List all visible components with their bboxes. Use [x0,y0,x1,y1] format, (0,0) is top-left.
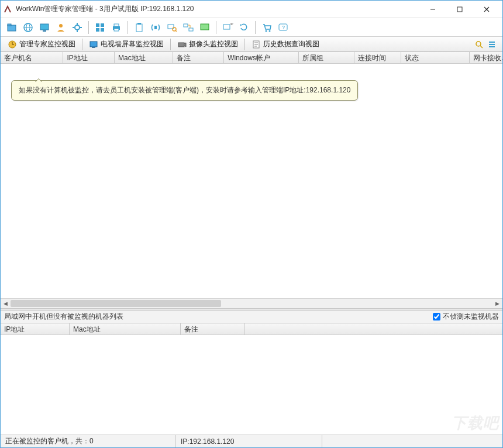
lower-panel-header: 局域网中开机但没有被监视的机器列表 不侦测未监视机器 [1,311,502,323]
tab-label: 管理专家监控视图 [19,39,75,49]
svg-rect-31 [189,28,193,31]
toolbar-separator [216,21,216,34]
dont-detect-checkbox[interactable] [433,313,440,321]
svg-rect-33 [223,25,230,29]
tab-monitor-view[interactable]: 管理专家监控视图 [3,38,80,51]
svg-rect-24 [136,24,142,32]
col-client-name[interactable]: 客户机名 [1,52,63,63]
scroll-left-arrow[interactable]: ◀ [1,299,11,309]
lower-col-blank [245,323,502,335]
dont-detect-checkbox-label[interactable]: 不侦测未监视机器 [433,312,499,322]
tab-history-view[interactable]: 历史数据查询视图 [247,38,324,51]
minimize-button[interactable] [419,1,446,18]
lower-table-header: IP地址 Mac地址 备注 [1,323,502,335]
svg-point-36 [269,30,271,32]
col-conn-time[interactable]: 连接时间 [354,52,401,63]
lower-col-mac[interactable]: Mac地址 [70,323,181,335]
svg-rect-26 [154,26,157,29]
main-toolbar: IP ? [1,18,502,37]
svg-rect-30 [184,24,188,27]
clock-icon [8,40,17,49]
watermark: 下载吧 [452,413,499,433]
document-icon [252,40,261,49]
gear-icon[interactable] [70,20,85,35]
globe-icon[interactable] [20,20,36,35]
help-icon[interactable]: ? [275,20,291,35]
client-table-header: 客户机名 IP地址 Mac地址 备注 Windows帐户 所属组 连接时间 状态… [1,52,502,64]
cart-icon[interactable] [259,20,274,35]
titlebar: WorkWin管理专家管理端 - 3用户试用版 IP:192.168.1.120 [1,1,502,18]
lower-list-area[interactable]: 下载吧 [1,335,502,435]
svg-point-35 [266,30,267,32]
hint-text: 如果没有计算机被监控，请去员工机安装被管理端(客户端)，安装时请参考输入管理端I… [19,86,350,94]
lower-col-ip[interactable]: IP地址 [1,323,70,335]
search-pc-icon[interactable] [164,20,180,35]
svg-line-29 [175,30,177,32]
tab-label: 历史数据查询视图 [263,39,319,49]
maximize-button[interactable] [446,1,473,18]
svg-point-12 [75,25,80,30]
clipboard-icon[interactable] [132,20,147,35]
col-remark[interactable]: 备注 [173,52,225,63]
refresh-icon[interactable] [236,20,252,35]
col-nic-recv[interactable]: 网卡接收... [470,52,502,63]
scroll-track[interactable] [11,299,492,309]
horizontal-scrollbar[interactable]: ◀ ▶ [1,298,502,308]
svg-rect-18 [101,23,104,27]
grid-icon[interactable] [92,20,108,35]
view-tabs: 管理专家监控视图 电视墙屏幕监控视图 摄像头监控视图 历史数据查询视图 [1,37,502,52]
tab-separator [244,39,245,50]
status-ip: IP:192.168.1.120 [176,435,322,447]
col-mac[interactable]: Mac地址 [115,52,173,63]
user-icon[interactable] [53,20,68,35]
svg-rect-23 [114,29,119,31]
col-ip[interactable]: IP地址 [63,52,115,63]
col-group[interactable]: 所属组 [299,52,355,63]
svg-rect-25 [137,23,141,25]
open-file-icon[interactable] [4,20,19,35]
scroll-thumb[interactable] [11,300,221,307]
remote-pc-icon[interactable]: IP [220,20,235,35]
lower-col-remark[interactable]: 备注 [181,323,245,335]
print-icon[interactable] [109,20,124,35]
tab-separator [82,39,82,50]
close-button[interactable] [473,1,500,18]
tab-label: 电视墙屏幕监控视图 [101,39,164,49]
tab-camera-view[interactable]: 摄像头监控视图 [173,38,243,51]
toolbar-separator [88,21,89,34]
status-client-count: 正在被监控的客户机，共：0 [1,435,176,447]
tab-label: 摄像头监控视图 [189,39,238,49]
col-win-account[interactable]: Windows帐户 [224,52,298,63]
svg-point-49 [476,42,481,46]
toolbar-separator [255,21,256,34]
window-buttons [419,1,500,18]
svg-rect-22 [114,24,119,26]
status-bar: 正在被监控的客户机，共：0 IP:192.168.1.120 [1,435,502,447]
screen-icon[interactable] [197,20,212,35]
toolbar-separator [128,21,128,34]
tv-icon [89,40,98,49]
broadcast-icon[interactable] [148,20,163,35]
lower-panel-title: 局域网中开机但没有被监视的机器列表 [4,312,433,322]
zoom-icon[interactable] [473,39,485,50]
svg-rect-17 [96,23,99,27]
svg-text:IP: IP [230,22,233,26]
list-icon[interactable] [486,39,498,50]
svg-rect-10 [43,30,46,32]
app-icon [3,5,12,14]
svg-rect-5 [8,24,11,26]
client-list-area[interactable]: 如果没有计算机被监控，请去员工机安装被管理端(客户端)，安装时请参考输入管理端I… [1,64,502,298]
hint-balloon: 如果没有计算机被监控，请去员工机安装被管理端(客户端)，安装时请参考输入管理端I… [11,80,358,101]
col-status[interactable]: 状态 [401,52,470,63]
transfer-icon[interactable] [181,20,196,35]
monitor-icon[interactable] [37,20,52,35]
camera-icon [177,40,187,49]
svg-text:?: ? [282,25,285,30]
svg-rect-1 [457,7,462,12]
scroll-right-arrow[interactable]: ▶ [492,299,502,309]
svg-line-50 [480,46,483,48]
tab-tvwall-view[interactable]: 电视墙屏幕监控视图 [84,38,168,51]
svg-rect-19 [96,28,99,32]
svg-point-11 [59,24,63,27]
svg-rect-9 [40,24,49,30]
